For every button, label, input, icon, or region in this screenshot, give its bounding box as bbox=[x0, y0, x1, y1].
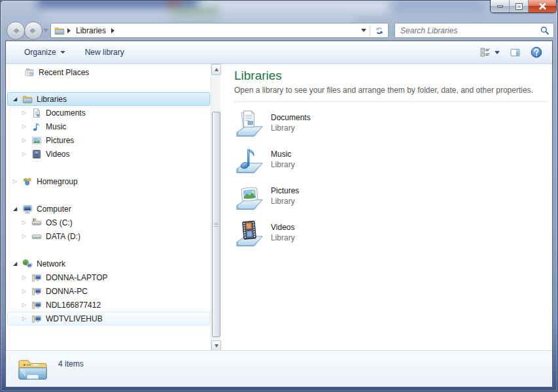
library-type: Library bbox=[271, 159, 295, 170]
sidebar-item-label: NDL166877412 bbox=[46, 301, 101, 310]
data-drive-icon bbox=[31, 231, 42, 242]
sidebar-item-label: DONNA-PC bbox=[46, 287, 88, 296]
content-body: Recent Places ◢ Libraries ▷ Documents ▷ … bbox=[6, 64, 552, 351]
organize-button[interactable]: Organize bbox=[20, 45, 69, 59]
recent-pages-chevron-icon[interactable] bbox=[43, 29, 48, 32]
expander-icon[interactable]: ▷ bbox=[22, 220, 31, 225]
toolbar-right-group bbox=[480, 41, 542, 63]
chevron-down-icon bbox=[495, 51, 500, 54]
sidebar-item-label: DONNA-LAPTOP bbox=[46, 273, 107, 282]
sidebar-item-network[interactable]: ◢ Network bbox=[7, 257, 210, 270]
network-computer-icon bbox=[31, 314, 42, 324]
network-computer-icon bbox=[31, 300, 42, 310]
library-name: Pictures bbox=[271, 186, 299, 196]
page-title: Libraries bbox=[234, 69, 552, 83]
expander-icon[interactable]: ▷ bbox=[22, 123, 31, 129]
sidebar-item-label: Recent Places bbox=[39, 68, 89, 77]
navigation-pane: Recent Places ◢ Libraries ▷ Documents ▷ … bbox=[6, 64, 211, 351]
scroll-up-button[interactable] bbox=[211, 64, 221, 75]
sidebar-item-ndl166877412[interactable]: ▷ NDL166877412 bbox=[7, 298, 210, 312]
details-pane: 4 items bbox=[6, 350, 552, 387]
scrollbar-thumb[interactable] bbox=[212, 112, 220, 337]
search-icon[interactable] bbox=[540, 25, 549, 35]
forward-arrow-icon bbox=[28, 25, 39, 36]
sidebar-item-recent-places[interactable]: Recent Places bbox=[7, 65, 210, 79]
sidebar-item-label: Videos bbox=[46, 150, 69, 159]
sidebar-item-os-c[interactable]: ▷ OS (C:) bbox=[7, 216, 210, 229]
caption-buttons bbox=[490, 0, 557, 13]
sidebar-item-label: DATA (D:) bbox=[46, 232, 80, 241]
sidebar-item-music[interactable]: ▷ Music bbox=[7, 120, 210, 133]
expander-icon[interactable]: ◢ bbox=[13, 96, 22, 102]
arrow-down-icon bbox=[215, 344, 218, 348]
refresh-button[interactable] bbox=[370, 24, 388, 37]
sidebar-item-donna-laptop[interactable]: ▷ DONNA-LAPTOP bbox=[7, 270, 210, 284]
library-item-music[interactable]: Music Library bbox=[234, 144, 552, 180]
library-item-documents[interactable]: Documents Library bbox=[234, 107, 552, 144]
expander-icon[interactable]: ◢ bbox=[13, 206, 22, 212]
forward-button[interactable] bbox=[24, 22, 43, 40]
library-name: Videos bbox=[271, 222, 295, 233]
sidebar-item-donna-pc[interactable]: ▷ DONNA-PC bbox=[7, 284, 210, 298]
sidebar-scrollbar[interactable] bbox=[211, 64, 220, 351]
expander-icon[interactable]: ▷ bbox=[22, 302, 31, 308]
library-list: Documents Library Music Library bbox=[234, 107, 552, 253]
expander-icon[interactable]: ▷ bbox=[22, 288, 31, 294]
search-input[interactable] bbox=[395, 26, 540, 35]
library-item-videos[interactable]: Videos Library bbox=[234, 217, 552, 253]
expander-icon[interactable]: ▷ bbox=[22, 137, 31, 143]
breadcrumb-arrow-icon[interactable] bbox=[67, 28, 71, 33]
close-icon bbox=[539, 3, 546, 10]
sidebar-item-pictures[interactable]: ▷ Pictures bbox=[7, 133, 210, 147]
expander-icon[interactable]: ▷ bbox=[22, 110, 31, 116]
glass-blur-blob bbox=[168, 1, 180, 7]
sidebar-item-libraries[interactable]: ◢ Libraries bbox=[7, 92, 210, 106]
homegroup-icon bbox=[22, 176, 33, 187]
sidebar-item-label: Documents bbox=[46, 108, 86, 118]
expander-icon[interactable]: ▷ bbox=[22, 233, 31, 239]
preview-pane-button[interactable] bbox=[510, 48, 521, 57]
breadcrumb-crumb-libraries[interactable]: Libraries bbox=[73, 26, 109, 35]
help-button[interactable] bbox=[531, 46, 542, 58]
expander-icon[interactable]: ▷ bbox=[13, 178, 22, 184]
expander-icon[interactable]: ◢ bbox=[13, 261, 22, 267]
maximize-button[interactable] bbox=[510, 0, 529, 12]
search-box bbox=[394, 23, 554, 38]
sidebar-item-wdtvlivehub[interactable]: ▷ WDTVLIVEHUB bbox=[7, 312, 210, 325]
sidebar-item-label: WDTVLIVEHUB bbox=[46, 314, 103, 323]
library-type: Library bbox=[271, 196, 299, 206]
computer-icon bbox=[22, 204, 33, 214]
change-view-button[interactable] bbox=[480, 47, 500, 57]
pictures-icon bbox=[31, 135, 42, 146]
close-button[interactable] bbox=[529, 0, 556, 12]
back-button[interactable] bbox=[7, 22, 25, 40]
sidebar-item-documents[interactable]: ▷ Documents bbox=[7, 106, 210, 120]
sidebar-item-label: OS (C:) bbox=[46, 218, 73, 227]
address-bar[interactable]: Libraries bbox=[50, 23, 389, 38]
expander-icon[interactable]: ▷ bbox=[22, 151, 31, 157]
sidebar-item-label: Pictures bbox=[46, 136, 74, 145]
library-name: Music bbox=[271, 149, 295, 159]
arrow-up-icon bbox=[215, 68, 218, 71]
back-arrow-icon bbox=[10, 25, 21, 36]
expander-icon[interactable]: ▷ bbox=[22, 316, 31, 321]
folder-icon bbox=[17, 353, 48, 385]
breadcrumb-arrow-icon[interactable] bbox=[111, 28, 114, 33]
sidebar-item-videos[interactable]: ▷ Videos bbox=[7, 147, 210, 161]
documents-library-icon bbox=[234, 107, 265, 138]
page-subtitle: Open a library to see your files and arr… bbox=[234, 86, 552, 95]
sidebar-item-homegroup[interactable]: ▷ Homegroup bbox=[7, 174, 210, 188]
glass-blur-blob bbox=[41, 11, 355, 23]
recent-places-icon bbox=[24, 67, 35, 78]
new-library-button[interactable]: New library bbox=[81, 45, 128, 59]
sidebar-item-data-d[interactable]: ▷ DATA (D:) bbox=[7, 229, 210, 243]
expander-icon[interactable]: ▷ bbox=[22, 274, 31, 280]
music-icon bbox=[31, 122, 42, 132]
address-dropdown-button[interactable] bbox=[358, 29, 370, 32]
library-item-pictures[interactable]: Pictures Library bbox=[234, 180, 552, 217]
pictures-library-icon bbox=[234, 180, 265, 211]
sidebar-item-computer[interactable]: ◢ Computer bbox=[7, 202, 210, 216]
minimize-button[interactable] bbox=[491, 0, 510, 12]
network-computer-icon bbox=[31, 286, 42, 297]
chevron-down-icon bbox=[361, 29, 366, 32]
